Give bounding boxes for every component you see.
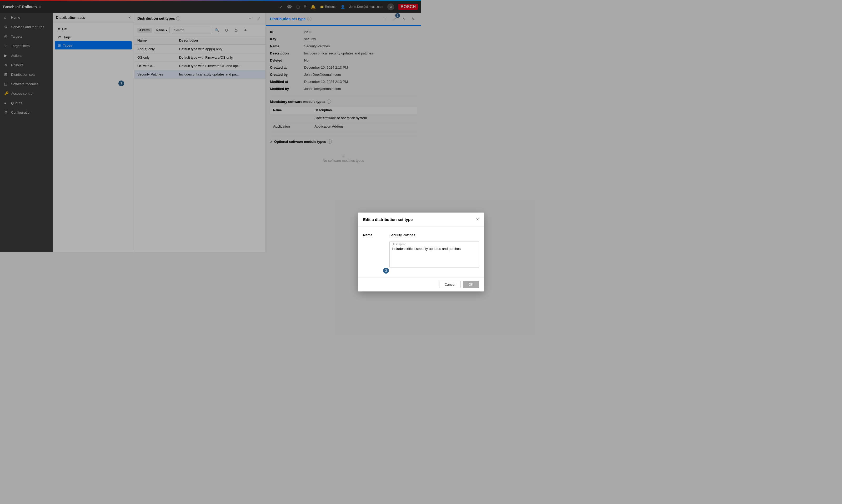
modal-desc-label	[363, 241, 390, 242]
modal-header: Edit a distribution set type ×	[358, 213, 421, 227]
modal-name-label: Name	[363, 232, 390, 237]
modal-description-field: Description Includes critical security u…	[363, 241, 421, 252]
modal-body: Name Security Patches Description Includ…	[358, 227, 421, 252]
modal-textarea-wrapper: Description Includes critical security u…	[390, 241, 421, 252]
modal-overlay: Edit a distribution set type × Name Secu…	[0, 0, 421, 252]
edit-modal: Edit a distribution set type × Name Secu…	[358, 213, 421, 252]
modal-title: Edit a distribution set type	[363, 217, 413, 222]
modal-name-value: Security Patches	[390, 232, 415, 237]
modal-textarea-label: Description	[392, 242, 406, 246]
modal-name-field: Name Security Patches	[363, 232, 421, 237]
